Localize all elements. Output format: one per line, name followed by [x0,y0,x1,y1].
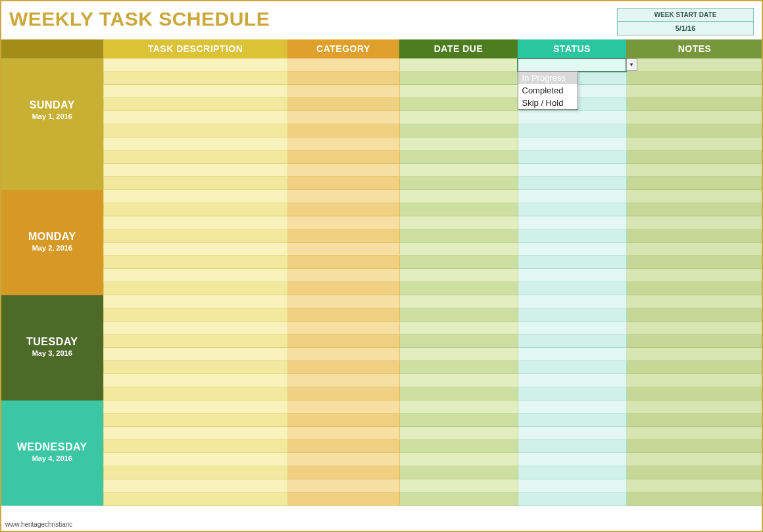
notes-cell[interactable] [626,137,763,151]
task-cell[interactable] [103,59,287,72]
due-cell[interactable] [399,414,518,427]
category-cell[interactable] [287,295,399,308]
task-cell[interactable] [103,216,287,230]
task-cell[interactable] [103,493,287,506]
category-cell[interactable] [287,282,399,295]
task-cell[interactable] [103,190,287,203]
due-cell[interactable] [399,177,518,190]
notes-cell[interactable] [626,243,763,256]
notes-cell[interactable] [626,387,763,400]
due-cell[interactable] [399,85,518,98]
task-cell[interactable] [103,400,287,414]
category-cell[interactable] [287,440,399,453]
notes-cell[interactable] [626,190,763,203]
task-cell[interactable] [103,85,287,98]
status-cell[interactable] [518,203,626,216]
category-cell[interactable] [287,124,399,137]
notes-cell[interactable] [626,230,763,243]
task-cell[interactable] [103,414,287,427]
task-cell[interactable] [103,72,287,85]
due-cell[interactable] [399,295,518,308]
due-cell[interactable] [399,361,518,374]
due-cell[interactable] [399,374,518,387]
task-cell[interactable] [103,374,287,387]
category-cell[interactable] [287,414,399,427]
task-cell[interactable] [103,440,287,453]
category-cell[interactable] [287,203,399,216]
due-cell[interactable] [399,440,518,453]
status-option[interactable]: Skip / Hold [518,97,578,109]
category-cell[interactable] [287,98,399,111]
due-cell[interactable] [399,335,518,348]
due-cell[interactable] [399,111,518,124]
notes-cell[interactable] [626,282,763,295]
status-cell[interactable] [518,387,626,400]
category-cell[interactable] [287,177,399,190]
due-cell[interactable] [399,137,518,151]
status-cell[interactable] [518,322,626,335]
task-cell[interactable] [103,361,287,374]
category-cell[interactable] [287,348,399,361]
notes-cell[interactable] [626,256,763,269]
task-cell[interactable] [103,151,287,164]
notes-cell[interactable] [626,98,763,111]
task-cell[interactable] [103,308,287,322]
status-cell[interactable] [518,256,626,269]
category-cell[interactable] [287,137,399,151]
category-cell[interactable] [287,164,399,177]
due-cell[interactable] [399,151,518,164]
due-cell[interactable] [399,322,518,335]
notes-cell[interactable] [626,269,763,282]
notes-cell[interactable] [626,453,763,466]
notes-cell[interactable] [626,151,763,164]
status-cell[interactable] [518,374,626,387]
task-cell[interactable] [103,479,287,493]
status-cell[interactable] [518,361,626,374]
status-cell[interactable] [518,295,626,308]
task-cell[interactable] [103,203,287,216]
task-cell[interactable] [103,387,287,400]
task-cell[interactable] [103,269,287,282]
category-cell[interactable] [287,335,399,348]
notes-cell[interactable] [626,374,763,387]
category-cell[interactable] [287,427,399,440]
status-option[interactable]: In Progress [518,72,578,84]
week-start-date-value[interactable]: 5/1/16 [618,22,753,35]
notes-cell[interactable] [626,361,763,374]
notes-cell[interactable] [626,72,763,85]
status-cell[interactable]: ▼In ProgressCompletedSkip / Hold [518,59,626,72]
notes-cell[interactable] [626,414,763,427]
status-cell[interactable] [518,282,626,295]
notes-cell[interactable] [626,493,763,506]
due-cell[interactable] [399,493,518,506]
notes-cell[interactable] [626,440,763,453]
category-cell[interactable] [287,59,399,72]
due-cell[interactable] [399,387,518,400]
status-cell[interactable] [518,164,626,177]
notes-cell[interactable] [626,124,763,137]
category-cell[interactable] [287,374,399,387]
category-cell[interactable] [287,322,399,335]
task-cell[interactable] [103,111,287,124]
status-option[interactable]: Completed [518,84,578,97]
task-cell[interactable] [103,295,287,308]
notes-cell[interactable] [626,427,763,440]
notes-cell[interactable] [626,216,763,230]
category-cell[interactable] [287,361,399,374]
task-cell[interactable] [103,427,287,440]
due-cell[interactable] [399,427,518,440]
status-cell[interactable] [518,124,626,137]
status-cell[interactable] [518,230,626,243]
due-cell[interactable] [399,230,518,243]
category-cell[interactable] [287,400,399,414]
due-cell[interactable] [399,164,518,177]
task-cell[interactable] [103,124,287,137]
notes-cell[interactable] [626,335,763,348]
status-cell[interactable] [518,190,626,203]
task-cell[interactable] [103,453,287,466]
task-cell[interactable] [103,256,287,269]
due-cell[interactable] [399,59,518,72]
status-cell[interactable] [518,269,626,282]
task-cell[interactable] [103,137,287,151]
category-cell[interactable] [287,151,399,164]
